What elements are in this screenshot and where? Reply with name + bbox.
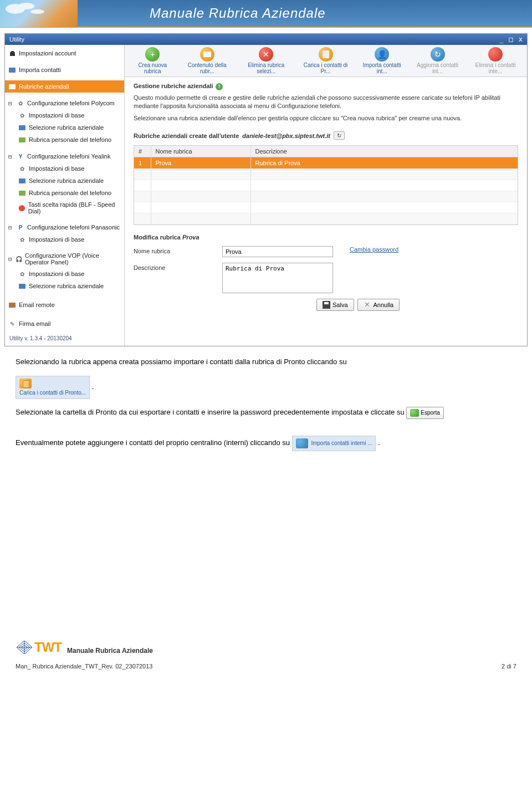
sidebar-item[interactable]: Selezione rubrica aziendale — [5, 175, 124, 187]
import-icon — [296, 438, 308, 448]
brand-name: TWT — [34, 640, 62, 655]
sidebar-item[interactable]: Selezione rubrica aziendale — [5, 280, 124, 292]
toolbar-item[interactable]: 👤Importa contatti int... — [355, 46, 410, 75]
toolbar-icon — [200, 47, 214, 62]
close-button[interactable]: x — [519, 35, 523, 43]
sidebar-item[interactable]: ✿Impostazioni di base — [5, 162, 124, 175]
edit-section: Modifica rubrica Prova Nome rubrica Camb… — [125, 227, 527, 318]
sidebar-item[interactable]: ✿Impostazioni di base — [5, 268, 124, 280]
brand-icon: P — [17, 223, 24, 231]
collapse-icon[interactable]: ⊟ — [8, 153, 14, 160]
footer-title: Manuale Rubrica Aziendale — [67, 647, 153, 655]
sidebar-group-yealink[interactable]: ⊟YConfigurazione telefoni Yealink — [5, 150, 124, 162]
sidebar-label: Impostazioni di base — [29, 165, 84, 172]
window-title: Utility — [9, 36, 24, 43]
sidebar-label: Configurazione VOP (Voice Operator Panel… — [25, 252, 121, 265]
sidebar-item[interactable]: Rubrica personale del telefono — [5, 134, 124, 146]
dial-icon: 🔴 — [18, 204, 25, 212]
sidebar-item[interactable]: Selezione rubrica aziendale — [5, 121, 124, 134]
doc-p2a: Selezionate la cartella di Pronto da cui… — [16, 408, 330, 416]
gear-icon: ✿ — [18, 165, 26, 172]
cancel-icon: ✕ — [364, 301, 371, 309]
sidebar-item[interactable]: Rubrica personale del telefono — [5, 187, 124, 199]
refresh-button[interactable]: ↻ — [334, 131, 345, 140]
sidebar-label: Importa contatti — [19, 67, 61, 73]
sidebar-label: Configurazione telefoni Yealink — [27, 153, 110, 160]
sidebar-label: Selezione rubrica aziendale — [29, 283, 104, 289]
toolbar-label: Elimina i contatti inte... — [470, 62, 520, 74]
save-icon — [323, 301, 330, 309]
table-row[interactable]: 1ProvaRubrica di Prova — [134, 157, 518, 169]
sidebar-label: Configurazione telefoni Polycom — [27, 100, 115, 106]
toolbar-label: Carica i contatti di Pr... — [301, 62, 351, 74]
toolbar-item: ↻Aggiorna contatti int... — [409, 46, 466, 75]
change-password-link[interactable]: Cambia password — [350, 246, 398, 253]
section-heading: Gestione rubriche aziendali — [134, 83, 213, 89]
sidebar-group-polycom[interactable]: ⊟✿Configurazione telefoni Polycom — [5, 97, 124, 109]
gear-icon: ✿ — [17, 99, 24, 107]
doc-reference: Man_ Rubrica Aziendale_TWT_Rev. 02_23072… — [16, 663, 152, 670]
help-icon[interactable]: ? — [216, 83, 223, 90]
collapse-icon[interactable]: ⊟ — [8, 224, 14, 231]
brand-icon: Y — [17, 152, 24, 160]
intro-section: Gestione rubriche aziendali? Questo modu… — [125, 77, 527, 128]
toolbar-item[interactable]: Carica i contatti di Pr... — [296, 46, 355, 75]
doc-body: Selezionando la rubrica appena creata po… — [0, 346, 532, 451]
maximize-button[interactable]: □ — [509, 35, 513, 43]
sidebar-item-account[interactable]: Impostazioni account — [5, 47, 124, 59]
desc-input[interactable] — [222, 263, 333, 293]
sidebar-group-panasonic[interactable]: ⊟PConfigurazione telefoni Panasonic — [5, 221, 124, 233]
sidebar-item-firma[interactable]: ✎Firma email — [5, 318, 124, 330]
sidebar-label: Firma email — [19, 320, 50, 327]
sidebar-item-import[interactable]: Importa contatti — [5, 64, 124, 76]
desc-label: Descrizione — [134, 263, 206, 271]
gear-icon: ✿ — [18, 111, 26, 119]
collapse-icon[interactable]: ⊟ — [8, 256, 13, 263]
name-input[interactable] — [222, 246, 333, 257]
toolbar-item[interactable]: +Crea nuova rubrica — [127, 46, 178, 75]
toolbar-icon: ✕ — [259, 47, 273, 62]
cancel-button[interactable]: ✕Annulla — [357, 299, 400, 311]
banner-image — [0, 0, 78, 27]
toolbar-icon: ↻ — [431, 47, 445, 62]
toolbar-label: Aggiorna contatti int... — [413, 62, 462, 74]
toolbar-item[interactable]: ✕Elimina rubrica selezi... — [236, 46, 296, 75]
toolbar: +Crea nuova rubricaContenuto della rubr.… — [125, 45, 527, 77]
rubrica-table: # Nome rubrica Descrizione 1ProvaRubrica… — [134, 145, 518, 225]
brand-logo: TWT — [16, 640, 62, 655]
intro-text-1: Questo modulo permette di creare e gesti… — [134, 94, 518, 111]
banner-title: Manuale Rubrica Aziendale — [150, 6, 326, 21]
sidebar-label: Rubrica personale del telefono — [29, 190, 111, 196]
list-header-user: daniele-test@pbx.siptest.twt.it — [242, 132, 330, 139]
toolbar-icon — [319, 47, 333, 62]
sidebar-label: Email remote — [19, 302, 55, 308]
name-label: Nome rubrica — [134, 246, 206, 254]
toolbar-item: Elimina i contatti inte... — [466, 46, 525, 75]
sidebar-item[interactable]: ✿Impostazioni di base — [5, 233, 124, 246]
collapse-icon[interactable]: ⊟ — [8, 100, 14, 107]
sidebar-label: Impostazioni di base — [29, 112, 84, 119]
sidebar-label: Impostazioni di base — [29, 270, 84, 277]
logo-mark — [16, 640, 33, 655]
toolbar-icon — [488, 47, 503, 62]
sidebar-label: Rubriche aziendali — [19, 83, 69, 90]
sidebar-group-vop[interactable]: ⊟🎧Configurazione VOP (Voice Operator Pan… — [5, 250, 124, 268]
sidebar-item-email-remote[interactable]: Email remote — [5, 299, 124, 311]
save-button[interactable]: Salva — [316, 299, 354, 311]
toolbar-icon: 👤 — [375, 47, 389, 62]
sidebar-label: Impostazioni di base — [29, 236, 84, 243]
col-name[interactable]: Nome rubrica — [151, 146, 250, 157]
sidebar-item[interactable]: 🔴Tasti scelta rapida (BLF - Speed Dial) — [5, 199, 124, 217]
gear-icon: ✿ — [18, 236, 26, 243]
doc-p3: Eventualmente potete aggiungere i contat… — [16, 438, 290, 447]
col-num[interactable]: # — [134, 146, 151, 157]
toolbar-item[interactable]: Contenuto della rubr... — [178, 46, 237, 75]
sidebar-item[interactable]: ✿Impostazioni di base — [5, 109, 124, 121]
titlebar: Utility _ □ x — [5, 34, 527, 45]
minimize-button[interactable]: _ — [499, 35, 503, 43]
list-header: Rubriche aziendali create dall'utente da… — [125, 128, 527, 143]
sidebar-item-rubriche[interactable]: Rubriche aziendali — [5, 80, 124, 93]
sidebar-label: Selezione rubrica aziendale — [29, 177, 104, 184]
col-desc[interactable]: Descrizione — [250, 146, 518, 157]
table-row-empty — [134, 213, 518, 224]
